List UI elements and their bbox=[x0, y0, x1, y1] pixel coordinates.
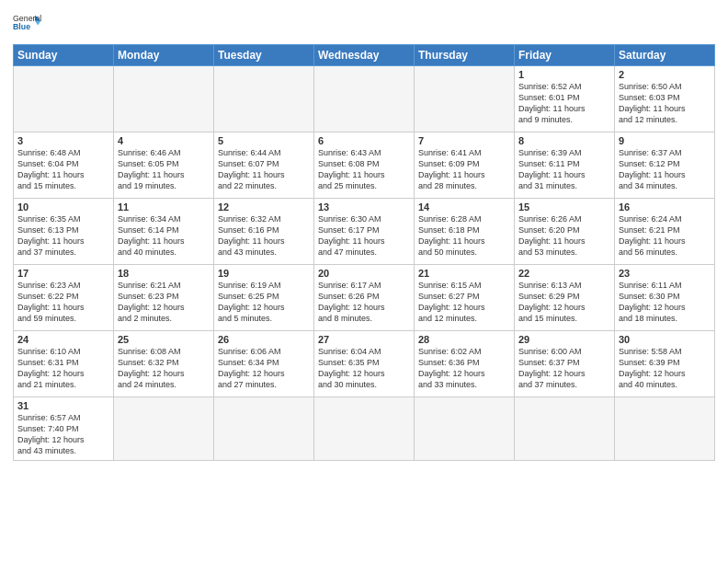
day-info: Sunrise: 6:43 AM Sunset: 6:08 PM Dayligh… bbox=[318, 147, 410, 192]
table-row bbox=[515, 397, 615, 461]
day-number: 22 bbox=[518, 268, 610, 279]
day-number: 16 bbox=[619, 201, 711, 213]
day-info: Sunrise: 6:10 AM Sunset: 6:31 PM Dayligh… bbox=[17, 346, 109, 391]
day-number: 15 bbox=[518, 201, 610, 213]
table-row: 19Sunrise: 6:19 AM Sunset: 6:25 PM Dayli… bbox=[214, 265, 314, 331]
table-row bbox=[114, 397, 214, 461]
table-row: 30Sunrise: 5:58 AM Sunset: 6:39 PM Dayli… bbox=[615, 331, 715, 397]
table-row: 17Sunrise: 6:23 AM Sunset: 6:22 PM Dayli… bbox=[14, 265, 114, 331]
day-info: Sunrise: 6:39 AM Sunset: 6:11 PM Dayligh… bbox=[518, 147, 610, 192]
day-info: Sunrise: 6:48 AM Sunset: 6:04 PM Dayligh… bbox=[17, 147, 109, 192]
day-info: Sunrise: 6:23 AM Sunset: 6:22 PM Dayligh… bbox=[17, 280, 109, 325]
day-info: Sunrise: 6:24 AM Sunset: 6:21 PM Dayligh… bbox=[619, 213, 711, 259]
table-row bbox=[415, 66, 515, 132]
table-row bbox=[314, 397, 415, 461]
day-info: Sunrise: 6:50 AM Sunset: 6:03 PM Dayligh… bbox=[619, 81, 711, 126]
table-row: 20Sunrise: 6:17 AM Sunset: 6:26 PM Dayli… bbox=[314, 265, 415, 331]
table-row: 3Sunrise: 6:48 AM Sunset: 6:04 PM Daylig… bbox=[14, 132, 114, 199]
day-number: 20 bbox=[318, 268, 410, 279]
day-number: 26 bbox=[218, 334, 310, 345]
day-info: Sunrise: 6:37 AM Sunset: 6:12 PM Dayligh… bbox=[619, 147, 711, 192]
svg-marker-3 bbox=[35, 21, 40, 26]
table-row bbox=[114, 66, 214, 132]
table-row: 31Sunrise: 6:57 AM Sunset: 7:40 PM Dayli… bbox=[14, 397, 114, 461]
day-info: Sunrise: 6:28 AM Sunset: 6:18 PM Dayligh… bbox=[418, 213, 510, 259]
day-info: Sunrise: 6:57 AM Sunset: 7:40 PM Dayligh… bbox=[17, 412, 109, 457]
day-info: Sunrise: 6:11 AM Sunset: 6:30 PM Dayligh… bbox=[619, 280, 711, 325]
day-info: Sunrise: 6:46 AM Sunset: 6:05 PM Dayligh… bbox=[118, 147, 210, 192]
day-info: Sunrise: 6:08 AM Sunset: 6:32 PM Dayligh… bbox=[118, 346, 210, 391]
calendar-day-header: Monday bbox=[114, 45, 214, 66]
day-number: 13 bbox=[318, 201, 410, 213]
day-info: Sunrise: 6:00 AM Sunset: 6:37 PM Dayligh… bbox=[518, 346, 610, 391]
table-row: 28Sunrise: 6:02 AM Sunset: 6:36 PM Dayli… bbox=[415, 331, 515, 397]
table-row bbox=[214, 397, 314, 461]
table-row: 25Sunrise: 6:08 AM Sunset: 6:32 PM Dayli… bbox=[114, 331, 214, 397]
day-info: Sunrise: 6:02 AM Sunset: 6:36 PM Dayligh… bbox=[418, 346, 510, 391]
table-row: 27Sunrise: 6:04 AM Sunset: 6:35 PM Dayli… bbox=[314, 331, 415, 397]
table-row bbox=[14, 66, 114, 132]
day-number: 21 bbox=[418, 268, 510, 279]
day-number: 29 bbox=[518, 334, 610, 345]
table-row: 12Sunrise: 6:32 AM Sunset: 6:16 PM Dayli… bbox=[214, 199, 314, 265]
calendar-day-header: Saturday bbox=[615, 45, 715, 66]
table-row: 2Sunrise: 6:50 AM Sunset: 6:03 PM Daylig… bbox=[615, 66, 715, 132]
day-info: Sunrise: 6:32 AM Sunset: 6:16 PM Dayligh… bbox=[218, 213, 310, 259]
table-row: 14Sunrise: 6:28 AM Sunset: 6:18 PM Dayli… bbox=[415, 199, 515, 265]
day-number: 27 bbox=[318, 334, 410, 345]
day-number: 11 bbox=[118, 201, 210, 213]
calendar-day-header: Thursday bbox=[415, 45, 515, 66]
day-info: Sunrise: 6:19 AM Sunset: 6:25 PM Dayligh… bbox=[218, 280, 310, 325]
day-info: Sunrise: 6:04 AM Sunset: 6:35 PM Dayligh… bbox=[318, 346, 410, 391]
day-info: Sunrise: 6:34 AM Sunset: 6:14 PM Dayligh… bbox=[118, 213, 210, 259]
table-row: 9Sunrise: 6:37 AM Sunset: 6:12 PM Daylig… bbox=[615, 132, 715, 199]
day-number: 3 bbox=[17, 135, 109, 146]
calendar-day-header: Sunday bbox=[14, 45, 114, 66]
table-row: 13Sunrise: 6:30 AM Sunset: 6:17 PM Dayli… bbox=[314, 199, 415, 265]
table-row: 16Sunrise: 6:24 AM Sunset: 6:21 PM Dayli… bbox=[615, 199, 715, 265]
table-row bbox=[314, 66, 415, 132]
table-row: 18Sunrise: 6:21 AM Sunset: 6:23 PM Dayli… bbox=[114, 265, 214, 331]
calendar-header-row: SundayMondayTuesdayWednesdayThursdayFrid… bbox=[14, 45, 715, 66]
day-number: 8 bbox=[518, 135, 610, 146]
day-number: 17 bbox=[17, 268, 109, 279]
day-info: Sunrise: 6:15 AM Sunset: 6:27 PM Dayligh… bbox=[418, 280, 510, 325]
day-number: 28 bbox=[418, 334, 510, 345]
table-row: 4Sunrise: 6:46 AM Sunset: 6:05 PM Daylig… bbox=[114, 132, 214, 199]
table-row: 8Sunrise: 6:39 AM Sunset: 6:11 PM Daylig… bbox=[515, 132, 615, 199]
table-row: 23Sunrise: 6:11 AM Sunset: 6:30 PM Dayli… bbox=[615, 265, 715, 331]
day-info: Sunrise: 6:17 AM Sunset: 6:26 PM Dayligh… bbox=[318, 280, 410, 325]
table-row: 22Sunrise: 6:13 AM Sunset: 6:29 PM Dayli… bbox=[515, 265, 615, 331]
calendar-day-header: Tuesday bbox=[214, 45, 314, 66]
day-info: Sunrise: 6:26 AM Sunset: 6:20 PM Dayligh… bbox=[518, 213, 610, 259]
day-info: Sunrise: 6:06 AM Sunset: 6:34 PM Dayligh… bbox=[218, 346, 310, 391]
day-number: 30 bbox=[619, 334, 711, 345]
day-number: 24 bbox=[17, 334, 109, 345]
svg-text:Blue: Blue bbox=[13, 22, 30, 31]
table-row: 6Sunrise: 6:43 AM Sunset: 6:08 PM Daylig… bbox=[314, 132, 415, 199]
table-row: 10Sunrise: 6:35 AM Sunset: 6:13 PM Dayli… bbox=[14, 199, 114, 265]
calendar-table: SundayMondayTuesdayWednesdayThursdayFrid… bbox=[13, 44, 715, 461]
day-info: Sunrise: 5:58 AM Sunset: 6:39 PM Dayligh… bbox=[619, 346, 711, 391]
day-number: 5 bbox=[218, 135, 310, 146]
day-number: 6 bbox=[318, 135, 410, 146]
calendar-day-header: Friday bbox=[515, 45, 615, 66]
day-number: 31 bbox=[17, 400, 109, 411]
day-number: 14 bbox=[418, 201, 510, 213]
table-row: 7Sunrise: 6:41 AM Sunset: 6:09 PM Daylig… bbox=[415, 132, 515, 199]
table-row: 15Sunrise: 6:26 AM Sunset: 6:20 PM Dayli… bbox=[515, 199, 615, 265]
table-row: 5Sunrise: 6:44 AM Sunset: 6:07 PM Daylig… bbox=[214, 132, 314, 199]
table-row bbox=[214, 66, 314, 132]
logo: General Blue bbox=[13, 9, 42, 39]
table-row: 1Sunrise: 6:52 AM Sunset: 6:01 PM Daylig… bbox=[515, 66, 615, 132]
day-info: Sunrise: 6:30 AM Sunset: 6:17 PM Dayligh… bbox=[318, 213, 410, 259]
day-number: 19 bbox=[218, 268, 310, 279]
day-number: 4 bbox=[118, 135, 210, 146]
day-info: Sunrise: 6:52 AM Sunset: 6:01 PM Dayligh… bbox=[518, 81, 610, 126]
general-blue-logo-icon: General Blue bbox=[13, 9, 42, 39]
day-number: 2 bbox=[619, 69, 711, 80]
day-info: Sunrise: 6:35 AM Sunset: 6:13 PM Dayligh… bbox=[17, 213, 109, 259]
table-row bbox=[415, 397, 515, 461]
day-number: 25 bbox=[118, 334, 210, 345]
calendar-day-header: Wednesday bbox=[314, 45, 415, 66]
